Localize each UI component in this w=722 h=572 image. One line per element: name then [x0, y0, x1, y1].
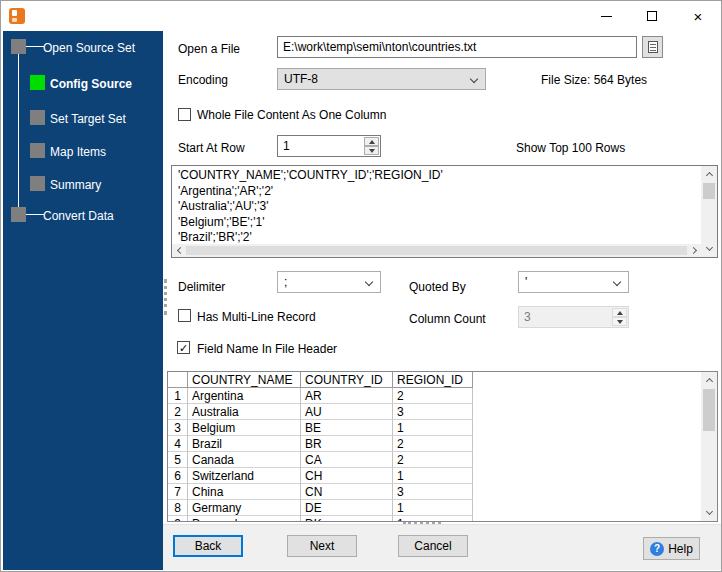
spin-up-button[interactable]	[364, 137, 379, 146]
step-square-config-source	[30, 75, 45, 90]
spin-down-button[interactable]	[364, 146, 379, 155]
table-row[interactable]: 1 Argentina AR 2	[168, 388, 473, 404]
step-connector	[18, 54, 19, 207]
arrow-up-icon	[617, 311, 623, 315]
table-cell: 2	[393, 436, 473, 452]
column-count-spinner: 3	[518, 306, 629, 328]
back-button[interactable]: Back	[173, 535, 243, 557]
sidebar-item-summary: Summary	[50, 178, 101, 192]
table-cell: Switzerland	[188, 468, 301, 484]
table-vertical-scrollbar[interactable]	[701, 372, 717, 521]
row-number-cell: 1	[168, 388, 188, 404]
table-row[interactable]: 6 Switzerland CH 1	[168, 468, 473, 484]
scroll-left-arrow[interactable]	[172, 244, 185, 257]
table-row[interactable]: 8 Germany DE 1	[168, 500, 473, 516]
whole-file-label: Whole File Content As One Column	[197, 108, 386, 122]
close-button[interactable]: ×	[675, 1, 721, 31]
preview-vertical-scrollbar[interactable]	[701, 166, 717, 257]
scrollbar-thumb[interactable]	[703, 183, 715, 199]
row-number-cell: 5	[168, 452, 188, 468]
sidebar-item-convert-data: Convert Data	[43, 209, 114, 223]
scrollbar-thumb[interactable]	[186, 246, 687, 255]
splitter-gripper[interactable]	[164, 279, 167, 315]
row-number-cell: 8	[168, 500, 188, 516]
table-cell: 1	[393, 500, 473, 516]
quoted-by-value: '	[525, 275, 527, 289]
encoding-label: Encoding	[178, 73, 228, 87]
next-button[interactable]: Next	[287, 535, 357, 557]
table-cell: DK	[301, 516, 393, 522]
step-connector	[26, 46, 44, 47]
table-cell: 1	[393, 468, 473, 484]
table-cell: 2	[393, 452, 473, 468]
close-icon: ×	[694, 9, 703, 24]
field-name-header-checkbox[interactable]: ✓	[177, 341, 190, 354]
maximize-button[interactable]	[629, 1, 675, 31]
wizard-sidebar: Open Source Set Config Source Set Target…	[3, 31, 163, 570]
table-row[interactable]: 2 Australia AU 3	[168, 404, 473, 420]
start-at-row-value: 1	[283, 139, 290, 153]
arrow-down-icon	[369, 149, 375, 153]
arrow-up-icon	[369, 140, 375, 144]
table-row[interactable]: 3 Belgium BE 1	[168, 420, 473, 436]
step-square-open-source	[11, 39, 26, 54]
sidebar-item-config-source: Config Source	[50, 77, 132, 91]
preview-horizontal-scrollbar[interactable]	[172, 244, 701, 257]
file-preview-box[interactable]: 'COUNTRY_NAME';'COUNTRY_ID';'REGION_ID' …	[171, 165, 718, 258]
table-cell: Germany	[188, 500, 301, 516]
table-cell: BR	[301, 436, 393, 452]
table-cell: 3	[393, 484, 473, 500]
browse-file-button[interactable]	[642, 36, 663, 58]
scroll-up-arrow[interactable]	[701, 166, 717, 182]
multiline-record-checkbox[interactable]	[178, 309, 191, 322]
open-file-label: Open a File	[178, 42, 240, 56]
minimize-button[interactable]	[583, 1, 629, 31]
open-file-input[interactable]: E:\work\temp\semi\nton\countries.txt	[277, 36, 637, 58]
start-at-row-label: Start At Row	[178, 141, 245, 155]
show-top-rows-text: Show Top 100 Rows	[516, 141, 625, 155]
delimiter-value: ;	[284, 275, 287, 289]
table-cell: CH	[301, 468, 393, 484]
step-square-map-items	[30, 143, 45, 158]
maximize-icon	[647, 11, 657, 21]
row-number-cell: 4	[168, 436, 188, 452]
chevron-down-icon	[365, 278, 373, 286]
table-cell: DE	[301, 500, 393, 516]
spin-down-button	[612, 317, 627, 326]
help-button[interactable]: ? Help	[643, 537, 700, 560]
quoted-by-select[interactable]: '	[518, 271, 629, 293]
scroll-down-arrow[interactable]	[701, 241, 717, 257]
step-square-set-target	[30, 110, 45, 125]
table-row[interactable]: 7 China CN 3	[168, 484, 473, 500]
column-header: REGION_ID	[393, 372, 473, 388]
table-row[interactable]: 5 Canada CA 2	[168, 452, 473, 468]
row-number-cell: 2	[168, 404, 188, 420]
scrollbar-thumb[interactable]	[703, 389, 715, 431]
column-header: COUNTRY_ID	[301, 372, 393, 388]
scroll-right-arrow[interactable]	[688, 244, 701, 257]
encoding-select[interactable]: UTF-8	[277, 68, 486, 90]
whole-file-checkbox[interactable]	[178, 108, 191, 121]
table-cell: 2	[393, 388, 473, 404]
table-cell: China	[188, 484, 301, 500]
table-row[interactable]: 4 Brazil BR 2	[168, 436, 473, 452]
row-number-cell: 7	[168, 484, 188, 500]
sidebar-item-set-target-set: Set Target Set	[50, 112, 126, 126]
table-cell: AR	[301, 388, 393, 404]
column-count-label: Column Count	[409, 312, 486, 326]
delimiter-label: Delimiter	[178, 280, 225, 294]
app-window: × Open Source Set Config Source Set Targ…	[0, 0, 722, 572]
delimiter-select[interactable]: ;	[277, 271, 381, 293]
scroll-up-arrow[interactable]	[701, 372, 717, 388]
table-cell: CN	[301, 484, 393, 500]
table-cell: 1	[393, 420, 473, 436]
table-cell: AU	[301, 404, 393, 420]
spin-up-button	[612, 308, 627, 317]
column-header	[168, 372, 188, 388]
encoding-value: UTF-8	[284, 72, 318, 86]
column-header: COUNTRY_NAME	[188, 372, 301, 388]
scroll-down-arrow[interactable]	[701, 505, 717, 521]
cancel-button[interactable]: Cancel	[398, 535, 468, 557]
start-at-row-spinner[interactable]: 1	[277, 135, 381, 157]
table-header-row: COUNTRY_NAME COUNTRY_ID REGION_ID	[168, 372, 473, 388]
